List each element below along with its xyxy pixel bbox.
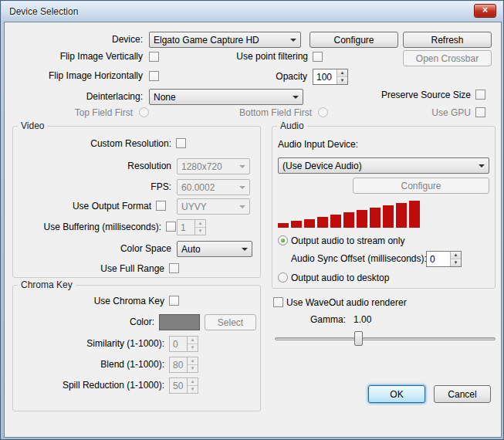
buffering-value: 1 <box>181 222 193 233</box>
fps-label: FPS: <box>151 182 171 192</box>
spin-up-icon[interactable]: ▲ <box>337 69 347 77</box>
output-stream-only-label: Output audio to stream only <box>291 236 404 246</box>
device-select[interactable]: Elgato Game Capture HD <box>149 32 301 48</box>
full-range-checkbox[interactable] <box>169 263 179 273</box>
spin-down-icon[interactable]: ▼ <box>188 344 198 351</box>
use-chroma-key-checkbox[interactable] <box>169 296 179 306</box>
use-gpu-label: Use GPU <box>431 108 471 118</box>
full-range-label: Use Full Range <box>100 264 164 274</box>
spin-down-icon[interactable]: ▼ <box>337 77 347 84</box>
point-filtering-label: Use point filtering <box>236 52 308 62</box>
close-icon: × <box>482 5 488 15</box>
similarity-stepper[interactable]: 0 ▲▼ <box>169 336 198 352</box>
output-format-select[interactable]: UYVY <box>177 198 250 215</box>
close-button[interactable]: × <box>474 4 496 18</box>
device-selection-dialog: Device Selection × Video Chroma Key Audi… <box>0 0 504 440</box>
spin-down-icon[interactable]: ▼ <box>188 365 198 372</box>
buffering-checkbox[interactable] <box>166 222 176 232</box>
meter-bar <box>291 221 302 228</box>
chevron-down-icon <box>242 248 248 251</box>
chroma-color-swatch[interactable] <box>159 314 200 330</box>
output-format-checkbox[interactable] <box>156 201 166 211</box>
top-field-first-label: Top Field First <box>75 108 133 118</box>
chroma-color-select-button[interactable]: Select <box>205 314 256 330</box>
resolution-value: 1280x720 <box>181 161 222 172</box>
radio-dot <box>281 239 285 242</box>
chevron-down-icon <box>290 39 296 42</box>
audio-input-device-label: Audio Input Device: <box>278 140 358 150</box>
spin-up-icon[interactable]: ▲ <box>188 357 198 365</box>
flip-horizontal-checkbox[interactable] <box>149 71 159 81</box>
custom-resolution-checkbox[interactable] <box>176 138 186 148</box>
buffering-label: Use Buffering (milliseconds): <box>43 222 161 232</box>
chroma-group-title: Chroma Key <box>18 279 76 290</box>
preserve-source-size-label: Preserve Source Size <box>381 90 471 100</box>
custom-resolution-label: Custom Resolution: <box>90 139 171 149</box>
spin-up-icon[interactable]: ▲ <box>451 252 461 259</box>
configure-button[interactable]: Configure <box>310 32 398 48</box>
chevron-down-icon <box>239 205 245 208</box>
flip-vertical-checkbox[interactable] <box>149 52 159 62</box>
gamma-slider-track[interactable] <box>275 337 496 340</box>
blend-value: 80 <box>173 360 185 371</box>
spin-down-icon[interactable]: ▼ <box>188 386 198 393</box>
blend-stepper[interactable]: 80 ▲▼ <box>169 357 198 373</box>
video-group-title: Video <box>18 120 47 131</box>
titlebar[interactable]: Device Selection <box>2 2 502 21</box>
spill-reduction-value: 50 <box>173 381 185 391</box>
window-title: Device Selection <box>9 6 78 17</box>
opacity-stepper[interactable]: 100 ▲▼ <box>313 69 348 85</box>
meter-bar <box>357 210 367 228</box>
buffering-stepper[interactable]: 1 ▲▼ <box>177 219 206 235</box>
refresh-button[interactable]: Refresh <box>403 32 492 48</box>
spin-down-icon[interactable]: ▼ <box>451 259 461 266</box>
output-format-label: Use Output Format <box>73 201 151 212</box>
output-format-value: UYVY <box>181 201 207 212</box>
color-space-select[interactable]: Auto <box>177 241 252 257</box>
meter-bar <box>317 217 328 228</box>
waveout-label: Use WaveOut audio renderer <box>286 298 407 308</box>
meter-bar <box>330 215 341 228</box>
audio-configure-button[interactable]: Configure <box>353 178 489 194</box>
spin-up-icon[interactable]: ▲ <box>188 378 198 386</box>
deinterlacing-select[interactable]: None <box>149 89 303 105</box>
cancel-button[interactable]: Cancel <box>434 385 491 403</box>
deinterlacing-label: Deinterlacing: <box>86 92 143 102</box>
open-crossbar-button[interactable]: Open Crossbar <box>403 50 492 66</box>
fps-value: 60.0002 <box>181 182 215 193</box>
preserve-source-size-checkbox[interactable] <box>475 90 485 100</box>
sync-offset-stepper[interactable]: 0 ▲▼ <box>426 251 462 267</box>
waveout-checkbox[interactable] <box>273 297 283 307</box>
meter-bar <box>370 208 381 228</box>
opacity-label: Opacity <box>276 72 307 82</box>
spin-down-icon[interactable]: ▼ <box>195 228 205 235</box>
resolution-select[interactable]: 1280x720 <box>177 158 250 174</box>
gamma-label: Gamma: <box>310 315 346 325</box>
output-stream-only-radio[interactable] <box>278 235 288 245</box>
spin-up-icon[interactable]: ▲ <box>188 337 198 344</box>
audio-input-device-value: (Use Device Audio) <box>282 161 362 171</box>
output-desktop-label: Output audio to desktop <box>291 273 389 283</box>
spill-reduction-stepper[interactable]: 50 ▲▼ <box>169 377 198 394</box>
point-filtering-checkbox[interactable] <box>313 52 323 62</box>
similarity-value: 0 <box>173 339 185 350</box>
ok-button[interactable]: OK <box>368 385 425 403</box>
flip-horizontal-label: Flip Image Horizontally <box>49 71 143 81</box>
audio-input-device-select[interactable]: (Use Device Audio) <box>278 157 489 174</box>
gamma-value: 1.00 <box>353 315 371 325</box>
meter-bar <box>304 219 315 228</box>
spin-up-icon[interactable]: ▲ <box>195 220 205 228</box>
top-field-first-radio[interactable] <box>139 107 149 117</box>
fps-select[interactable]: 60.0002 <box>177 179 250 195</box>
use-gpu-checkbox[interactable] <box>475 107 485 117</box>
chevron-down-icon <box>293 96 299 99</box>
color-space-value: Auto <box>181 244 201 255</box>
gamma-slider-thumb[interactable] <box>354 331 363 346</box>
meter-bar <box>343 212 354 228</box>
chevron-down-icon <box>239 186 245 189</box>
bottom-field-first-radio[interactable] <box>318 107 328 117</box>
resolution-label: Resolution <box>127 161 171 171</box>
output-desktop-radio[interactable] <box>278 272 288 283</box>
bottom-field-first-label: Bottom Field First <box>239 108 312 118</box>
chevron-down-icon <box>239 165 245 168</box>
